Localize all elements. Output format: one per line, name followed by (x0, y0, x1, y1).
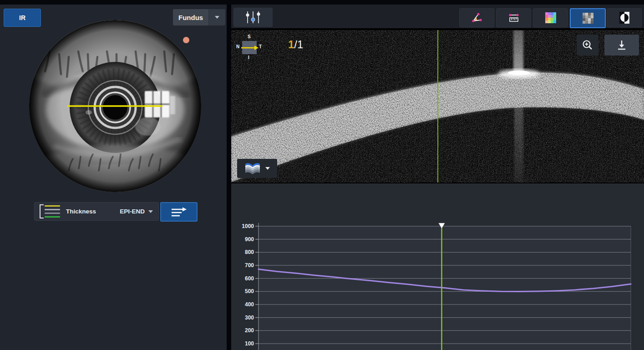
y-tick-label: 800 (245, 249, 254, 255)
y-tick-label: 400 (245, 301, 254, 308)
y-tick-label: 300 (245, 314, 254, 321)
y-tick-label: 700 (245, 262, 254, 269)
y-tick-label: 1000 (242, 223, 254, 229)
grayscale-map-button-selected[interactable] (570, 8, 606, 28)
angle-measure-button[interactable] (459, 8, 494, 27)
alignment-status-dot (183, 37, 189, 43)
angle-measure-icon (471, 12, 483, 23)
eye-fundus-image[interactable] (29, 20, 202, 193)
frame-counter: 1/1 (288, 38, 303, 51)
frame-current: 1 (288, 38, 294, 51)
y-tick-label: 500 (245, 288, 254, 294)
bscan-viewport[interactable]: S N T I 1/1 (231, 30, 644, 183)
thickness-profile-section: 1000900800700600500400300200100 (231, 183, 644, 350)
y-tick-label: 600 (245, 275, 254, 282)
layer-stack-icon (244, 162, 261, 175)
chevron-down-icon (148, 210, 153, 213)
orientation-nasal: N (236, 44, 239, 49)
top-black-bar (0, 0, 644, 5)
layer-boundaries-icon (45, 205, 60, 218)
lines-arrow-icon (168, 206, 189, 218)
ruler-icon (508, 12, 520, 23)
y-tick-label: 100 (245, 340, 254, 347)
frame-total: 1 (297, 38, 303, 51)
y-tick-label: 900 (245, 236, 254, 243)
chevron-down-icon (215, 16, 219, 19)
layer-overlay-dropdown[interactable] (237, 159, 277, 178)
panel-divider (227, 5, 231, 350)
orientation-superior: S (248, 34, 251, 39)
scan-direction-arrow-icon (240, 45, 259, 51)
layer-bracket-icon (40, 204, 44, 218)
boundary-value: EPI-END (120, 208, 145, 215)
contrast-icon (619, 11, 630, 25)
y-tick-label: 200 (245, 327, 254, 334)
bscan-toolbar (231, 5, 644, 28)
sliders-icon (244, 10, 262, 25)
orientation-inferior: I (248, 55, 249, 60)
distance-ruler-button[interactable] (496, 8, 531, 27)
download-button[interactable] (604, 35, 639, 56)
color-map-button[interactable] (533, 8, 568, 27)
thickness-layer-selector[interactable]: Thickness EPI-END (34, 202, 159, 221)
thickness-profile-chart: 1000900800700600500400300200100 (231, 183, 644, 350)
color-palette-icon (545, 12, 557, 24)
oct-review-window: IR Fundus (0, 0, 644, 350)
image-adjustments-button[interactable] (233, 8, 273, 27)
chevron-down-icon (265, 167, 270, 170)
contrast-invert-button[interactable] (607, 8, 642, 27)
magnifier-plus-icon (581, 39, 594, 51)
apply-layers-button[interactable] (160, 202, 198, 222)
download-icon (616, 39, 628, 51)
fundus-dropdown-toggle[interactable] (208, 9, 225, 25)
eye-ir-photo (29, 20, 202, 193)
thickness-label: Thickness (66, 208, 96, 215)
grayscale-mosaic-icon (582, 12, 594, 24)
zoom-in-button[interactable] (577, 35, 598, 56)
orientation-indicator: S N T I (235, 34, 264, 61)
ir-mode-label: IR (19, 14, 25, 21)
